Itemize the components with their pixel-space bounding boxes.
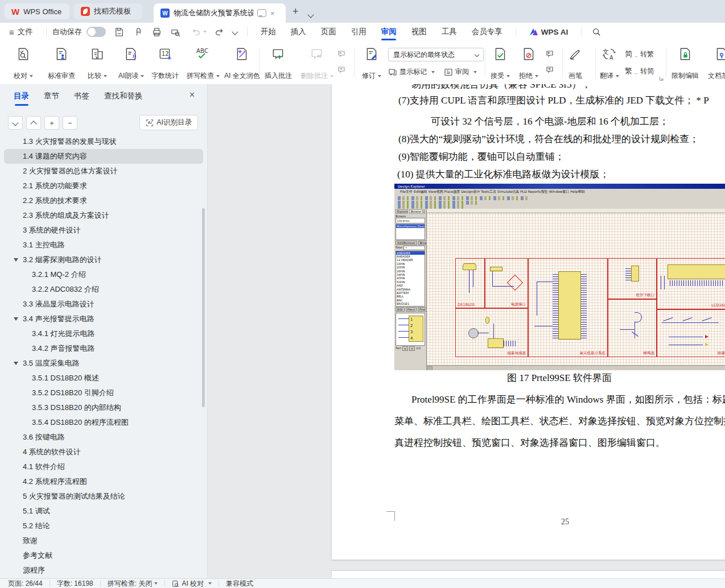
toc-item[interactable]: 参考文献 [0,548,207,563]
ai-proofread-status[interactable]: AI 校对 [172,579,212,588]
doc-text-line[interactable]: (7)支持用 CUPL 语言和原理图设计 PLD，生成标准的 JED 下载文件；… [398,94,709,107]
protel-screenshot-image[interactable]: Design Explorer File文件 Edit编辑 View视图 Pla… [394,184,725,370]
doc-text-line[interactable]: 真进程控制按钮、预览窗口、对象选择器窗口、图形编辑窗口。 [394,436,665,449]
prev-change-button[interactable] [545,49,554,58]
review-pane-button[interactable]: 审阅 [444,67,477,77]
ai-read-button[interactable]: AI朗读 [117,45,145,82]
proofread-button[interactable]: 校对 [13,45,34,82]
toc-item[interactable]: 1.3 火灾报警器的发展与现状 [0,134,207,149]
close-pane-icon[interactable]: × [190,90,195,100]
accept-button[interactable]: 接受 [489,45,511,82]
show-marks-button[interactable]: 显示标记 [388,67,435,77]
toc-item[interactable]: 2 火灾报警器的总体方案设计 [0,164,207,179]
toc-item[interactable]: 4 系统的软件设计 [0,445,207,459]
encrypt-doc-button[interactable]: 文档加密 [707,45,725,82]
translate-button[interactable]: 文A 翻译 [599,45,620,82]
save-icon[interactable] [114,27,125,38]
menu-insert[interactable]: 插入 [283,23,314,41]
comment-bubble-icon[interactable] [257,9,266,17]
export-share-icon[interactable] [133,27,143,38]
tab-document-active[interactable]: W 物流仓储防火预警系统设计 × [154,3,286,23]
menu-tools[interactable]: 工具 [434,23,464,41]
pen-button[interactable]: 画笔 [567,45,584,82]
spellcheck-status[interactable]: 拼写检查: 关闭 [108,579,158,588]
toc-item[interactable]: 3.2 烟雾探测电路的设计 [0,252,207,267]
toc-item[interactable]: 3.5.4 DS18B20 的程序流程图 [0,415,207,430]
menu-reference[interactable]: 引用 [344,23,374,41]
ai-polish-button[interactable]: AI 全文润色 [223,45,261,82]
toc-item[interactable]: 4.2 系统程序流程图 [0,474,207,489]
file-menu[interactable]: ≡ 文件 [0,23,40,41]
wps-ai-button[interactable]: WPS AI [522,23,576,41]
standard-review-button[interactable]: 标准审查 [47,45,76,82]
tab-find-replace[interactable]: 查找和替换 [104,91,143,106]
simp-to-trad-button[interactable]: 简→转繁 [625,49,654,59]
zoom-in-outline-button[interactable]: + [44,116,59,130]
doc-text-line[interactable]: (9)智能覆铜功能，覆铀可以自动重铺； [398,150,565,163]
toc-item[interactable]: 5 火灾报警器的测试结果及结论 [0,489,207,504]
toc-item[interactable]: 3.5.3 DS18B20 的内部结构 [0,400,207,415]
search-icon[interactable] [591,27,602,37]
spell-check-button[interactable]: ABC 拼写检查 [186,45,221,82]
restrict-edit-button[interactable]: 限制编辑 [670,45,700,82]
toc-item[interactable]: 3.6 按键电路 [0,430,207,445]
doc-text-line[interactable]: 易用的数模混合仿真（兼容 SPICE 3f5）； [411,84,591,91]
autosave-toggle[interactable] [86,27,106,37]
compare-button[interactable]: 比较 [86,45,108,82]
toc-item[interactable]: 5.2 结论 [0,519,207,533]
document-page[interactable]: 易用的数模混合仿真（兼容 SPICE 3f5）； (7)支持用 CUPL 语言和… [332,84,725,560]
menu-page[interactable]: 页面 [314,23,344,41]
toc-item[interactable]: 3.4.2 声音报警电路 [0,341,207,356]
tab-list-chevron-icon[interactable] [308,9,313,19]
tab-chapters[interactable]: 章节 [44,91,59,106]
toc-item[interactable]: 2.1 系统的功能要求 [0,179,207,193]
ai-recognize-toc-button[interactable]: AI识别目录 [139,115,198,130]
toc-item[interactable]: 3.4.1 灯光提示电路 [0,326,207,341]
menu-home[interactable]: 开始 [253,23,283,41]
sidebar-scrollbar[interactable] [202,208,205,407]
zoom-out-outline-button[interactable]: − [63,116,77,130]
figure-caption[interactable]: 图 17 Prtel99SE 软件界面 [468,371,650,384]
quick-access-chevron-icon[interactable] [233,30,237,34]
tab-bookmarks[interactable]: 书签 [74,91,89,106]
print-icon[interactable] [151,27,162,38]
toc-item[interactable]: 3.5 温度采集电路 [0,356,207,371]
word-count-button[interactable]: 12 字数统计 [150,45,180,82]
doc-text-line[interactable]: (8)强大的“规则驱动”设计环境，符合在线的和批处理的设计规则检查； [398,132,699,146]
toc-item[interactable]: 3.3 液晶显示电路设计 [0,297,207,312]
trad-to-simp-button[interactable]: 繁→转简 [625,66,654,76]
tab-docer-templates[interactable]: 找稻壳模板 [74,3,142,19]
toc-item[interactable]: 3 系统的硬件设计 [0,223,207,238]
group-expand-icon[interactable] [659,76,664,81]
collapse-triangle-icon[interactable] [14,317,18,321]
toc-item[interactable]: 2.3 系统的组成及方案设计 [0,208,207,223]
toc-item[interactable]: 3.5.1 DS18B20 概述 [0,371,207,386]
collapse-triangle-icon[interactable] [14,362,18,365]
toc-item[interactable]: 3.2.2 ADC0832 介绍 [0,282,207,297]
new-tab-button[interactable]: + [293,6,299,18]
toc-item[interactable]: 3.1 主控电路 [0,238,207,252]
toc-item[interactable]: 3.5.2 DS18B20 引脚介绍 [0,386,207,400]
toc-item[interactable]: 2.2 系统的技术要求 [0,193,207,208]
doc-text-line[interactable]: 可设计 32 个信号层，16 个电源-地层和 16 个机加工层； [431,115,669,128]
toc-item[interactable]: 3.2.1 MQ-2 介绍 [0,267,207,282]
reject-button[interactable]: 拒绝 [518,45,539,82]
tab-toc[interactable]: 目录 [14,91,29,106]
menu-member[interactable]: 会员专享 [464,23,510,41]
toc-item[interactable]: 源程序 [0,563,207,578]
menu-view[interactable]: 视图 [404,23,434,41]
next-page-top[interactable] [332,571,725,578]
toc-item[interactable]: 5.1 调试 [0,504,207,519]
toc-item[interactable]: 致谢 [0,533,207,548]
next-change-button[interactable] [545,65,554,74]
tab-wps-office[interactable]: W WPS Office [5,3,69,19]
track-changes-button[interactable]: 修订 [361,45,382,82]
redo-icon[interactable] [215,27,225,37]
menu-review[interactable]: 审阅 [374,23,404,41]
print-preview-icon[interactable] [170,27,181,38]
collapse-all-button[interactable] [8,116,23,130]
toc-item[interactable]: 4.1 软件介绍 [0,459,207,474]
close-tab-icon[interactable]: × [270,9,275,18]
expand-all-button[interactable] [26,116,41,130]
insert-comment-button[interactable]: 插入批注 [263,45,293,82]
